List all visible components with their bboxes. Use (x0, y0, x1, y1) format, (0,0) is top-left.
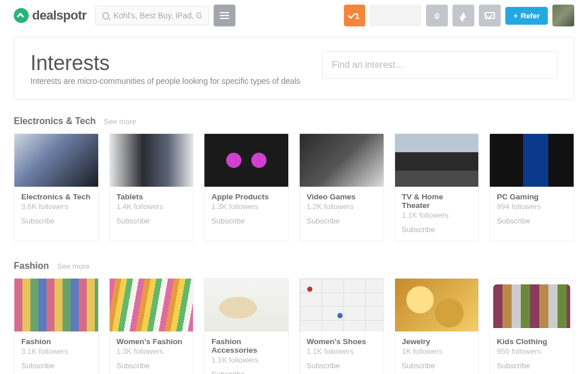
subscribe-link[interactable]: Subscribe (497, 217, 567, 225)
interest-card[interactable]: Fashion Accessories 1.1K followers Subsc… (204, 278, 289, 374)
card-title: Tablets (117, 192, 187, 201)
section-header: Electronics & Tech See more (14, 116, 574, 126)
card-followers: 1.3K followers (211, 202, 281, 211)
interest-search-box[interactable] (322, 51, 558, 79)
card-image (300, 279, 384, 331)
interest-card[interactable]: Electronics & Tech 3.6K followers Subscr… (14, 133, 99, 241)
interest-card[interactable]: Video Games 1.2K followers Subscribe (299, 133, 384, 241)
card-title: Fashion Accessories (211, 337, 281, 354)
points-value: 0 (435, 11, 439, 21)
interest-card[interactable]: Fashion 3.1K followers Subscribe (14, 278, 99, 374)
card-followers: 1.2K followers (307, 202, 377, 211)
bolt-icon (461, 12, 466, 18)
subscribe-link[interactable]: Subscribe (497, 361, 567, 370)
interest-card[interactable]: Women's Shoes 1.1K followers Subscribe (299, 278, 384, 374)
card-followers: 3.1K followers (21, 347, 91, 356)
subscribe-link[interactable]: Subscribe (307, 361, 377, 370)
card-title: Kids Clothing (497, 337, 567, 346)
card-image (300, 134, 384, 187)
card-followers: 1.4K followers (117, 202, 187, 211)
card-title: PC Gaming (497, 192, 567, 201)
card-title: Apple Products (211, 192, 281, 201)
interest-card[interactable]: Jewelry 1K followers Subscribe (394, 278, 479, 374)
search-icon (102, 12, 109, 20)
interest-card[interactable]: PC Gaming 994 followers Subscribe (489, 133, 574, 241)
card-image (14, 134, 98, 187)
person-plus-icon: + (513, 11, 518, 20)
interest-card[interactable]: Apple Products 1.3K followers Subscribe (204, 133, 289, 241)
subscribe-link[interactable]: Subscribe (307, 217, 377, 225)
see-more-link[interactable]: See more (104, 117, 136, 126)
card-title: Video Games (307, 192, 377, 201)
subscribe-link[interactable]: Subscribe (211, 217, 281, 225)
card-title: Women's Fashion (117, 337, 187, 346)
logo[interactable]: dealspotr (14, 8, 87, 23)
card-image (110, 279, 194, 331)
menu-icon (220, 12, 229, 19)
card-title: Electronics & Tech (21, 192, 91, 201)
points-button[interactable]: 0 (426, 5, 448, 26)
card-title: Women's Shoes (307, 337, 377, 346)
card-image (395, 134, 479, 187)
subscribe-link[interactable]: Subscribe (402, 361, 472, 370)
interest-card[interactable]: Tablets 1.4K followers Subscribe (109, 133, 194, 241)
card-followers: 1.1K followers (402, 211, 472, 219)
card-followers: 1.3K followers (117, 347, 187, 356)
card-image (204, 134, 288, 187)
subscribe-link[interactable]: Subscribe (402, 225, 472, 234)
refer-button[interactable]: + Refer (505, 7, 548, 25)
card-followers: 1.1K followers (307, 347, 377, 356)
interest-card[interactable]: Kids Clothing 950 followers Subscribe (489, 278, 574, 374)
intro-card: Interests Interests are micro-communitie… (14, 37, 574, 100)
card-followers: 3.6K followers (21, 202, 91, 211)
interest-search-input[interactable] (332, 60, 548, 70)
interest-card[interactable]: TV & Home Theater 1.1K followers Subscri… (394, 133, 479, 241)
section-title: Electronics & Tech (14, 116, 96, 126)
card-title: Jewelry (402, 337, 472, 346)
search-input[interactable] (114, 11, 202, 20)
see-more-link[interactable]: See more (57, 262, 89, 271)
search-box[interactable] (95, 6, 209, 25)
card-row: Fashion 3.1K followers Subscribe Women's… (14, 278, 574, 374)
card-title: Fashion (21, 337, 91, 346)
messages-button[interactable] (479, 5, 501, 26)
section-title: Fashion (14, 261, 49, 271)
subscribe-link[interactable]: Subscribe (117, 217, 187, 225)
card-image (490, 279, 574, 331)
card-image (490, 134, 574, 187)
logo-icon (14, 8, 29, 23)
card-followers: 1K followers (402, 347, 472, 356)
subscribe-link[interactable]: Subscribe (117, 361, 187, 370)
card-image (395, 279, 479, 331)
card-row: Electronics & Tech 3.6K followers Subscr… (14, 133, 574, 241)
refer-label: Refer (521, 11, 540, 20)
main-container: Interests Interests are micro-communitie… (0, 31, 588, 374)
section-header: Fashion See more (14, 261, 574, 271)
notification-count: 1 (355, 11, 359, 21)
subscribe-link[interactable]: Subscribe (21, 217, 91, 225)
card-title: TV & Home Theater (402, 192, 472, 210)
avatar[interactable] (552, 5, 574, 26)
card-image (14, 279, 98, 331)
card-followers: 994 followers (497, 202, 567, 211)
card-followers: 1.1K followers (211, 356, 281, 364)
page-subtitle: Interests are micro-communities of peopl… (30, 76, 305, 86)
menu-button[interactable] (214, 5, 235, 26)
card-followers: 950 followers (497, 347, 567, 356)
subscribe-link[interactable]: Subscribe (21, 361, 91, 370)
header: dealspotr 1 0 + Refer (0, 0, 588, 31)
activity-button[interactable] (452, 5, 474, 26)
envelope-icon (485, 12, 495, 19)
subscribe-link[interactable]: Subscribe (211, 370, 281, 374)
interest-card[interactable]: Women's Fashion 1.3K followers Subscribe (109, 278, 194, 374)
page-title: Interests (30, 51, 305, 75)
card-image (204, 279, 288, 331)
brand-name: dealspotr (32, 8, 87, 23)
card-image (110, 134, 194, 187)
notifications-button[interactable]: 1 (344, 5, 365, 26)
progress-bar[interactable] (370, 5, 421, 26)
